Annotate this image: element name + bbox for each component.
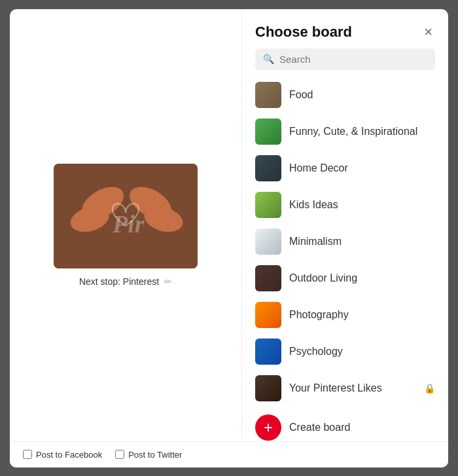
modal-body: Pir Next stop: Pinterest ✏ Choose board … xyxy=(10,9,448,441)
facebook-label: Post to Facebook xyxy=(36,450,102,460)
board-item-psychology[interactable]: Psychology xyxy=(249,333,442,370)
board-thumb-photography xyxy=(255,302,281,328)
pin-image: Pir xyxy=(54,164,198,268)
facebook-checkbox-input[interactable] xyxy=(23,450,32,459)
board-item-photography[interactable]: Photography xyxy=(249,297,442,333)
left-panel: Pir Next stop: Pinterest ✏ xyxy=(10,9,242,441)
create-board-item[interactable]: + Create board xyxy=(249,409,442,441)
pin-caption-text: Next stop: Pinterest xyxy=(79,276,159,287)
board-name-food: Food xyxy=(289,89,435,101)
pin-caption: Next stop: Pinterest ✏ xyxy=(79,276,172,287)
board-item-homedecor[interactable]: Home Decor xyxy=(249,150,442,187)
board-name-outdoor: Outdoor Living xyxy=(289,272,435,284)
close-button[interactable]: × xyxy=(421,22,435,42)
board-item-minimalism[interactable]: Minimalism xyxy=(249,223,442,260)
board-name-funny: Funny, Cute, & Inspirational xyxy=(289,126,435,137)
board-name-likes: Your Pinterest Likes xyxy=(289,382,416,394)
lock-icon: 🔒 xyxy=(424,383,435,394)
search-icon: 🔍 xyxy=(263,54,274,64)
board-thumb-psychology xyxy=(255,339,281,365)
board-item-food[interactable]: Food xyxy=(249,77,442,113)
board-thumb-food xyxy=(255,82,281,108)
create-board-plus-icon: + xyxy=(255,414,281,441)
board-item-outdoor[interactable]: Outdoor Living xyxy=(249,260,442,297)
board-name-kids: Kids Ideas xyxy=(289,199,435,211)
board-thumb-minimalism xyxy=(255,229,281,255)
pin-image-inner: Pir xyxy=(54,164,198,268)
create-board-label: Create board xyxy=(289,422,435,433)
board-thumb-kids xyxy=(255,192,281,218)
board-item-kids[interactable]: Kids Ideas xyxy=(249,187,442,223)
search-input[interactable] xyxy=(279,54,427,65)
board-thumb-outdoor xyxy=(255,265,281,291)
board-name-minimalism: Minimalism xyxy=(289,236,435,247)
board-name-homedecor: Home Decor xyxy=(289,162,435,174)
twitter-checkbox-input[interactable] xyxy=(115,450,124,459)
board-item-likes[interactable]: Your Pinterest Likes 🔒 xyxy=(249,370,442,407)
twitter-label: Post to Twitter xyxy=(128,450,182,460)
board-name-psychology: Psychology xyxy=(289,346,435,357)
board-thumb-funny xyxy=(255,119,281,145)
hands-svg: Pir xyxy=(54,164,198,268)
modal-footer: Post to Facebook Post to Twitter xyxy=(10,441,448,467)
svg-text:Pir: Pir xyxy=(112,210,145,238)
post-facebook-checkbox[interactable]: Post to Facebook xyxy=(23,450,102,460)
search-bar: 🔍 xyxy=(255,48,435,70)
edit-icon[interactable]: ✏ xyxy=(164,276,172,287)
post-twitter-checkbox[interactable]: Post to Twitter xyxy=(115,450,182,460)
board-item-funny[interactable]: Funny, Cute, & Inspirational xyxy=(249,113,442,150)
choose-board-modal: Pir Next stop: Pinterest ✏ Choose board … xyxy=(10,9,448,467)
board-list: Food Funny, Cute, & Inspirational Home D… xyxy=(242,77,448,441)
board-thumb-likes xyxy=(255,375,281,401)
modal-title: Choose board xyxy=(255,24,352,41)
right-panel: Choose board × 🔍 Food Funny, Cute, & Ins… xyxy=(242,9,448,441)
board-thumb-homedecor xyxy=(255,155,281,181)
board-name-photography: Photography xyxy=(289,309,435,321)
right-header: Choose board × xyxy=(242,9,448,48)
